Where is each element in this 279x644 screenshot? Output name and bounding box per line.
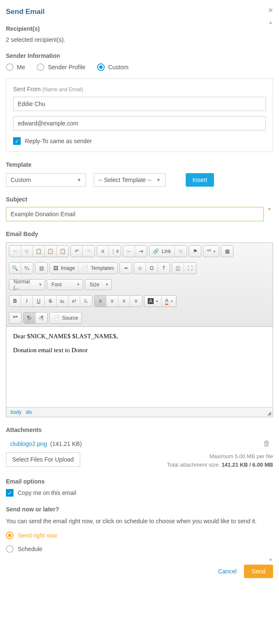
total-prefix: Total attachment size: <box>167 462 222 468</box>
bulleted-list-icon[interactable]: ⋮≡ <box>109 246 121 257</box>
template-row: Custom ▼ -- Select Template -- ▼ Insert <box>6 173 273 187</box>
rich-text-editor: ✂ ⧉ 📋 📋 📋 ↶ ↷ ≡ ⋮≡ ⇤ ⇥ 🔗 Link ⧉ <box>6 242 273 417</box>
format-select[interactable]: Normal (...▼ <box>9 279 45 290</box>
total-used: 141.21 KB / 6.00 MB <box>222 462 273 468</box>
superscript-icon[interactable]: x² <box>68 296 80 307</box>
select-files-button[interactable]: Select Files For Upload <box>6 452 80 467</box>
paste-text-icon[interactable]: 📋 <box>45 246 57 257</box>
italic-icon[interactable]: I <box>21 296 33 307</box>
sender-radio-me[interactable]: Me <box>6 63 25 71</box>
insert-template-button[interactable]: Insert <box>186 173 214 187</box>
spellcheck-icon[interactable]: ᴬᴮ▾ <box>203 246 219 257</box>
sender-radio-profile-label: Sender Profile <box>48 64 85 71</box>
numbered-list-icon[interactable]: ≡ <box>97 246 109 257</box>
underline-icon[interactable]: U <box>33 296 45 307</box>
copy-me-checkbox[interactable]: ✓ <box>6 489 14 497</box>
close-icon[interactable]: × <box>268 6 273 14</box>
showblocks-icon[interactable]: ◫ <box>172 263 184 274</box>
editor-toolbar: ✂ ⧉ 📋 📋 📋 ↶ ↷ ≡ ⋮≡ ⇤ ⇥ 🔗 Link ⧉ <box>6 243 273 327</box>
scroll-down-icon[interactable]: ▼ <box>268 557 273 563</box>
paste-icon[interactable]: 📋 <box>33 246 45 257</box>
copy-me-label: Copy me on this email <box>18 489 76 496</box>
blockquote-icon[interactable]: ❝❞ <box>9 312 21 323</box>
redo-icon[interactable]: ↷ <box>83 246 95 257</box>
image-button[interactable]: 🖼 Image <box>50 263 79 274</box>
email-greeting: Dear $NICK_NAME$ $LAST_NAME$, <box>13 333 266 340</box>
strike-icon[interactable]: S <box>45 296 57 307</box>
subject-input[interactable] <box>6 207 264 221</box>
sender-email-input[interactable] <box>13 116 266 130</box>
chevron-down-icon: ▼ <box>77 177 81 182</box>
size-select[interactable]: Size▼ <box>85 279 112 290</box>
indent-icon[interactable]: ⇥ <box>135 246 147 257</box>
subject-heading: Subject <box>6 196 273 203</box>
outdent-icon[interactable]: ⇤ <box>123 246 135 257</box>
emoji-icon[interactable]: ☺ <box>134 263 146 274</box>
align-center-icon[interactable]: ≡ <box>106 296 118 307</box>
copy-me-checkbox-row[interactable]: ✓ Copy me on this email <box>6 489 273 497</box>
dialog-footer: Cancel Send <box>6 565 273 578</box>
unlink-icon[interactable]: ⧉ <box>175 246 187 257</box>
subscript-icon[interactable]: x₂ <box>57 296 68 307</box>
link-button[interactable]: 🔗 Link <box>149 246 175 257</box>
copy-icon[interactable]: ⧉ <box>21 246 33 257</box>
rtl-icon[interactable]: ‹¶ <box>35 312 47 323</box>
anchor-icon[interactable]: ⚑ <box>189 246 201 257</box>
trash-icon[interactable]: 🗑 <box>263 439 271 448</box>
path-div[interactable]: div <box>26 409 32 415</box>
editor-content-area[interactable]: Dear $NICK_NAME$ $LAST_NAME$, Donation e… <box>6 327 273 407</box>
attachment-filesize: (141.21 KB) <box>50 440 82 447</box>
maximize-icon[interactable]: ⛶ <box>184 263 196 274</box>
remove-format-icon[interactable]: Iₓ <box>80 296 92 307</box>
text-color-icon[interactable]: A▾ <box>144 296 162 307</box>
special-char-icon[interactable]: Ω <box>146 263 158 274</box>
scroll-up-icon[interactable]: ▲ <box>268 19 273 25</box>
source-button[interactable]: 📄 Source <box>50 312 81 323</box>
font-select[interactable]: Font▼ <box>47 279 83 290</box>
align-justify-icon[interactable]: ≡ <box>130 296 142 307</box>
undo-icon[interactable]: ↶ <box>71 246 83 257</box>
replace-icon[interactable]: ᵇ⁄ₐ <box>21 263 33 274</box>
reply-to-checkbox[interactable]: ✓ <box>13 137 21 145</box>
sender-custom-panel: Sent From (Name and Email) ✓ Reply-To sa… <box>6 79 273 152</box>
reply-to-checkbox-row[interactable]: ✓ Reply-To same as sender <box>13 137 266 145</box>
attachment-item: clublogo2.png (141.21 KB) 🗑 <box>10 439 273 448</box>
schedule-description: You can send the email right now, or cli… <box>6 517 273 526</box>
sender-heading: Sender Information <box>6 52 273 59</box>
template-select[interactable]: -- Select Template -- ▼ <box>94 173 165 187</box>
dialog-title: Send Email <box>6 8 273 16</box>
email-options-heading: Email options <box>6 478 273 485</box>
template-category-select[interactable]: Custom ▼ <box>6 173 86 187</box>
sender-radio-custom[interactable]: Custom <box>97 63 128 71</box>
template-heading: Template <box>6 161 273 168</box>
send-button[interactable]: Send <box>244 565 273 578</box>
find-icon[interactable]: 🔍 <box>9 263 21 274</box>
pagebreak-icon[interactable]: ⤒ <box>158 263 170 274</box>
required-indicator: * <box>268 207 271 214</box>
send-now-radio[interactable]: Send right now <box>6 532 273 539</box>
align-right-icon[interactable]: ≡ <box>118 296 130 307</box>
table-icon[interactable]: ▦ <box>221 246 233 257</box>
attachments-heading: Attachments <box>6 427 273 433</box>
selectall-icon[interactable]: ▤ <box>35 263 47 274</box>
max-per-file-text: Maximum 5.00 MB per file <box>167 452 273 461</box>
bg-color-icon[interactable]: A▾ <box>162 296 176 307</box>
bold-icon[interactable]: B <box>9 296 21 307</box>
align-left-icon[interactable]: ≡ <box>95 296 106 307</box>
path-body[interactable]: body <box>11 409 22 415</box>
schedule-radio[interactable]: Schedule <box>6 545 273 553</box>
ltr-icon[interactable]: ¶› <box>24 312 35 323</box>
attachment-filename[interactable]: clublogo2.png <box>10 440 47 447</box>
cancel-button[interactable]: Cancel <box>218 568 237 575</box>
templates-button[interactable]: 📄 Templates <box>79 263 117 274</box>
sender-radio-profile[interactable]: Sender Profile <box>37 63 85 71</box>
cut-icon[interactable]: ✂ <box>9 246 21 257</box>
sender-radio-custom-label: Custom <box>108 64 128 71</box>
sender-name-input[interactable] <box>13 97 266 111</box>
hr-icon[interactable]: ━ <box>120 263 132 274</box>
resize-handle-icon[interactable]: ◢ <box>267 410 271 416</box>
paste-word-icon[interactable]: 📋 <box>57 246 68 257</box>
schedule-radio-group: Send right now Schedule <box>6 532 273 553</box>
sent-from-label: Sent From (Name and Email) <box>13 86 266 92</box>
template-select-value: -- Select Template -- <box>98 177 152 183</box>
